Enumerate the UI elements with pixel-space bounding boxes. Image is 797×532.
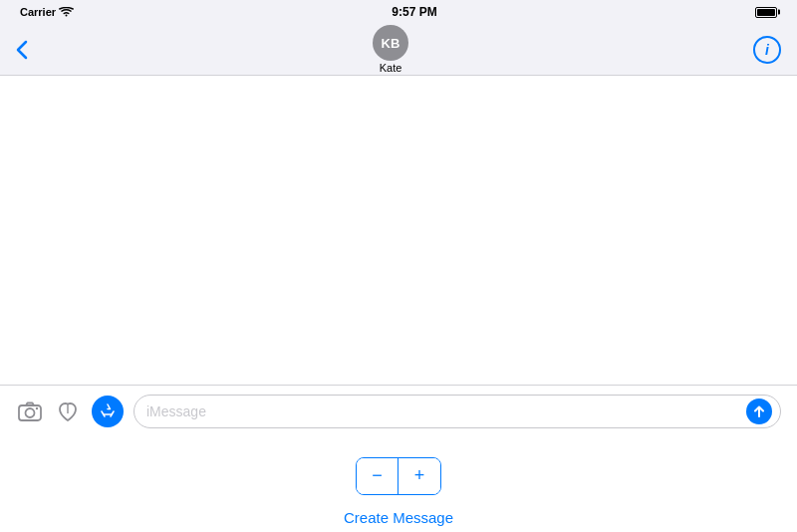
message-toolbar — [0, 385, 797, 436]
send-button[interactable] — [746, 399, 772, 424]
carrier-text: Carrier — [20, 6, 74, 18]
appstore-button[interactable] — [92, 396, 124, 427]
battery-icon — [755, 7, 777, 18]
avatar: KB — [373, 25, 408, 61]
message-content-area — [0, 76, 797, 385]
status-bar: Carrier 9:57 PM — [0, 0, 797, 24]
decrement-button[interactable]: − — [357, 458, 398, 494]
wifi-icon — [59, 7, 74, 18]
contact-name: Kate — [380, 62, 402, 74]
nav-center: KB Kate — [373, 25, 408, 74]
message-input-wrapper[interactable] — [133, 395, 781, 428]
digitaltouch-button[interactable] — [54, 398, 82, 425]
camera-button[interactable] — [16, 398, 44, 425]
svg-point-1 — [26, 408, 35, 417]
message-input[interactable] — [146, 403, 746, 419]
svg-point-2 — [36, 406, 38, 408]
create-message-button[interactable]: Create Message — [344, 509, 453, 526]
navigation-bar: KB Kate i — [0, 24, 797, 76]
back-button[interactable] — [16, 40, 28, 60]
action-area: − + Create Message — [0, 436, 797, 532]
info-button[interactable]: i — [753, 36, 781, 64]
increment-button[interactable]: + — [398, 458, 440, 494]
battery-indicator — [755, 7, 777, 18]
increment-decrement-buttons: − + — [356, 457, 441, 495]
time-display: 9:57 PM — [392, 5, 436, 19]
